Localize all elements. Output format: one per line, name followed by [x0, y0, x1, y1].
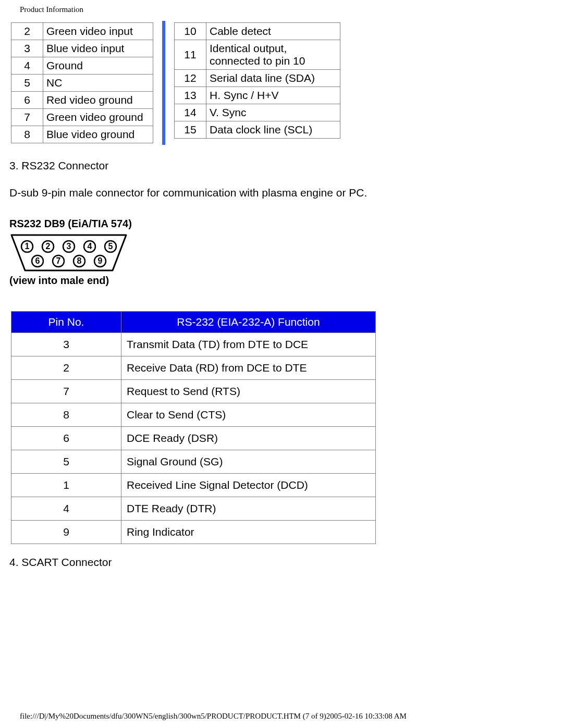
- pin-number: 15: [175, 121, 206, 139]
- rs232-pin: 8: [11, 403, 121, 427]
- db9-pin-label: 9: [98, 256, 103, 265]
- pin-desc: Data clock line (SCL): [206, 121, 340, 139]
- pin-desc: NC: [43, 75, 153, 92]
- pin-number: 12: [175, 70, 206, 87]
- rs232-pin: 9: [11, 521, 121, 544]
- rs232-func: Receive Data (RD) from DCE to DTE: [121, 356, 376, 380]
- rs232-func: Ring Indicator: [121, 521, 376, 544]
- rs232-pin: 4: [11, 497, 121, 521]
- section-body-rs232: D-sub 9-pin male connector for communica…: [9, 187, 554, 199]
- table-row: 4DTE Ready (DTR): [11, 497, 376, 521]
- pin-number: 13: [175, 87, 206, 104]
- footer-path: file:///D|/My%20Documents/dfu/300WN5/eng…: [20, 712, 407, 721]
- pin-number: 5: [11, 75, 43, 92]
- table-row: 1Received Line Signal Detector (DCD): [11, 474, 376, 497]
- rs232-pin: 5: [11, 450, 121, 474]
- rs232-head-pin: Pin No.: [11, 312, 121, 333]
- db9-pin-label: 8: [77, 256, 82, 265]
- rs232-head-func: RS-232 (EIA-232-A) Function: [121, 312, 376, 333]
- table-row: 13 H. Sync / H+V: [175, 87, 340, 104]
- db9-pin-label: 5: [108, 242, 113, 251]
- section-heading-rs232: 3. RS232 Connector: [9, 159, 554, 172]
- db9-label-bottom: (view into male end): [9, 275, 145, 287]
- pin-number: 7: [11, 109, 43, 126]
- pin-number: 10: [175, 23, 206, 40]
- pin-desc: Serial data line (SDA): [206, 70, 340, 87]
- vga-pin-tables: 2 Green video input 3 Blue video input 4…: [9, 21, 554, 145]
- pin-number: 4: [11, 57, 43, 75]
- table-row: 12 Serial data line (SDA): [175, 70, 340, 87]
- section-heading-scart: 4. SCART Connector: [9, 556, 554, 569]
- table-row: 7 Green video ground: [11, 109, 153, 126]
- rs232-func: Received Line Signal Detector (DCD): [121, 474, 376, 497]
- pin-number: 3: [11, 40, 43, 57]
- table-row: 3 Blue video input: [11, 40, 153, 57]
- rs232-func: Signal Ground (SG): [121, 450, 376, 474]
- table-separator: [162, 21, 165, 145]
- rs232-func: Request to Send (RTS): [121, 380, 376, 403]
- table-row: 11 Identical output, connected to pin 10: [175, 40, 340, 70]
- pin-number: 2: [11, 23, 43, 40]
- pin-number: 8: [11, 126, 43, 143]
- pin-desc: Blue video ground: [43, 126, 153, 143]
- db9-pin-label: 2: [46, 242, 51, 251]
- table-row: 10 Cable detect: [175, 23, 340, 40]
- table-row: 8Clear to Send (CTS): [11, 403, 376, 427]
- table-row: 4 Ground: [11, 57, 153, 75]
- table-row: 6 Red video ground: [11, 92, 153, 109]
- pin-desc: Blue video input: [43, 40, 153, 57]
- table-row: 6DCE Ready (DSR): [11, 427, 376, 450]
- db9-connector-icon: 1 2 3 4 5 6 7 8 9: [9, 233, 128, 273]
- rs232-func: DCE Ready (DSR): [121, 427, 376, 450]
- rs232-func: Clear to Send (CTS): [121, 403, 376, 427]
- pin-desc: Ground: [43, 57, 153, 75]
- rs232-pin: 7: [11, 380, 121, 403]
- pin-desc: Identical output, connected to pin 10: [206, 40, 340, 70]
- pin-desc: Red video ground: [43, 92, 153, 109]
- vga-pin-table-right: 10 Cable detect 11 Identical output, con…: [174, 22, 340, 139]
- page-title: Product Information: [20, 5, 83, 14]
- pin-desc: H. Sync / H+V: [206, 87, 340, 104]
- table-row: 2Receive Data (RD) from DCE to DTE: [11, 356, 376, 380]
- db9-pin-label: 4: [88, 242, 92, 251]
- pin-desc: Green video ground: [43, 109, 153, 126]
- table-row: 5Signal Ground (SG): [11, 450, 376, 474]
- rs232-func: Transmit Data (TD) from DTE to DCE: [121, 333, 376, 356]
- table-row: 9Ring Indicator: [11, 521, 376, 544]
- table-row: 3Transmit Data (TD) from DTE to DCE: [11, 333, 376, 356]
- table-row: 14 V. Sync: [175, 104, 340, 121]
- pin-number: 14: [175, 104, 206, 121]
- pin-number: 11: [175, 40, 206, 70]
- rs232-pin: 6: [11, 427, 121, 450]
- rs232-pin: 1: [11, 474, 121, 497]
- pin-number: 6: [11, 92, 43, 109]
- rs232-func: DTE Ready (DTR): [121, 497, 376, 521]
- rs232-pin: 2: [11, 356, 121, 380]
- db9-label-top: RS232 DB9 (EiA/TIA 574): [9, 218, 145, 230]
- table-row: 2 Green video input: [11, 23, 153, 40]
- table-row: 7Request to Send (RTS): [11, 380, 376, 403]
- pin-desc: V. Sync: [206, 104, 340, 121]
- db9-pin-label: 3: [67, 242, 71, 251]
- db9-pin-label: 6: [35, 256, 40, 265]
- vga-pin-table-left: 2 Green video input 3 Blue video input 4…: [11, 22, 153, 143]
- pin-desc: Cable detect: [206, 23, 340, 40]
- db9-pin-label: 1: [25, 242, 30, 251]
- rs232-pin: 3: [11, 333, 121, 356]
- table-row: 15 Data clock line (SCL): [175, 121, 340, 139]
- pin-desc: Green video input: [43, 23, 153, 40]
- page-content: 2 Green video input 3 Blue video input 4…: [9, 21, 554, 569]
- db9-diagram: RS232 DB9 (EiA/TIA 574) 1 2 3 4 5 6 7 8 …: [9, 218, 145, 287]
- db9-pin-label: 7: [56, 256, 61, 265]
- rs232-function-table: Pin No. RS-232 (EIA-232-A) Function 3Tra…: [11, 311, 376, 544]
- table-row: 5 NC: [11, 75, 153, 92]
- table-row: 8 Blue video ground: [11, 126, 153, 143]
